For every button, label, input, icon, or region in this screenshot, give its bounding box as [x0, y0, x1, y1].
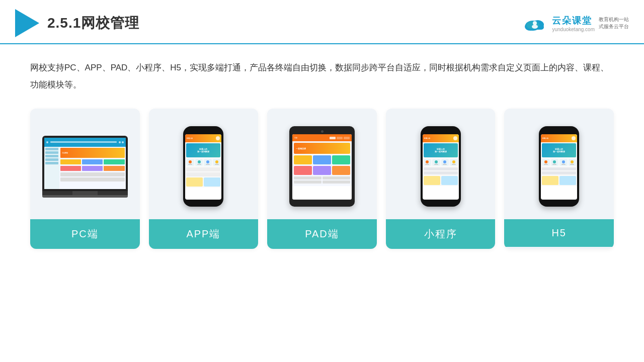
pc-sidebar-item3: [45, 155, 58, 157]
pad-card3: [332, 155, 350, 164]
pc-screen-content: 云朵课堂: [44, 138, 126, 189]
pc-hero-banner: 云朵课堂: [60, 148, 125, 158]
h5-icons-row: [542, 159, 576, 166]
page-header: 2.5.1网校管理 云朵课堂 yunduoketang.com 教育机构一站式服…: [0, 0, 644, 44]
h5-screen-header: 职通人的: [541, 134, 577, 142]
miniapp-label2: [434, 164, 438, 165]
app-icon3: [204, 159, 212, 166]
miniapp-label4: [452, 164, 456, 165]
miniapp-icon1: [424, 159, 432, 166]
pc-text-row2: [60, 177, 125, 182]
app-header-text: 职通人的: [187, 137, 215, 139]
pad-content: 一堂精品课: [292, 141, 352, 186]
pc-mini-card4: [60, 166, 81, 171]
pc-base: [42, 191, 128, 195]
pad-card5: [313, 166, 331, 175]
pad-cards-row2: [294, 166, 350, 175]
miniapp-card: 职通人的 职通人的第一堂判断课: [386, 109, 496, 249]
pad-card2: [313, 155, 331, 164]
app-screen-header: 职通人的: [185, 134, 221, 142]
h5-banner-text: 职通人的第一堂判断课: [553, 148, 565, 153]
pc-image-area: 云朵课堂: [30, 109, 140, 219]
h5-image-area: 职通人的 职通人的第一堂判断课: [504, 109, 614, 219]
miniapp-text2: [424, 171, 458, 174]
pc-nav-icon1: [119, 141, 121, 143]
pad-nav-tabs: [330, 137, 350, 139]
app-phone-content: 职通人的第一堂判断课: [185, 142, 221, 188]
pad-tab3: [344, 137, 350, 139]
pc-cards-row2: [60, 166, 125, 171]
miniapp-icon3: [441, 159, 449, 166]
pad-card: 云朵 一堂精品课: [267, 109, 377, 249]
pad-banner: 一堂精品课: [294, 143, 350, 154]
h5-ilabel4: [570, 164, 574, 165]
pc-sidebar-item1: [45, 148, 58, 150]
header-left: 2.5.1网校管理: [15, 9, 139, 37]
pc-card: 云朵课堂: [30, 109, 140, 249]
app-course2: [204, 177, 220, 187]
pad-list-col1: [294, 176, 321, 185]
pad-nav-text: 云朵: [294, 137, 297, 139]
pc-mini-card2: [82, 159, 103, 164]
h5-banner: 职通人的第一堂判断课: [542, 143, 576, 157]
pc-nav-bar: [44, 138, 126, 147]
pc-mini-card1: [60, 159, 81, 164]
pc-mini-card5: [82, 166, 103, 171]
h5-phone-mockup: 职通人的 职通人的第一堂判断课: [539, 126, 579, 207]
h5-course-row: [542, 176, 576, 185]
h5-ilabel3: [561, 164, 566, 165]
pc-sidebar-item4: [45, 158, 58, 161]
svg-point-5: [533, 21, 537, 25]
miniapp-content: 职通人的第一堂判断课: [423, 142, 459, 186]
miniapp-screen-header: 职通人的: [423, 134, 459, 142]
logo-triangle-icon: [15, 9, 39, 37]
h5-circle3: [562, 160, 565, 163]
brand-name: 云朵课堂: [552, 15, 595, 27]
pc-stand: [72, 191, 98, 195]
app-phone-screen: 职通人的 职通人的第一堂判断课: [185, 134, 221, 200]
app-icon-label4: [215, 164, 219, 165]
h5-circle1: [544, 160, 547, 163]
pad-nav: 云朵: [292, 134, 352, 141]
pc-nav-icon2: [122, 141, 124, 143]
h5-ilabel1: [544, 164, 548, 165]
pad-card1: [294, 155, 312, 164]
h5-ilabel2: [552, 164, 556, 165]
pad-tab2: [337, 137, 343, 139]
h5-screen: 职通人的 职通人的第一堂判断课: [541, 134, 577, 200]
app-icon-circle2: [198, 160, 201, 163]
brand-logo-area: 云朵课堂 yunduoketang.com 教育机构一站式服务云平台: [522, 15, 629, 32]
app-icon-label3: [206, 164, 210, 165]
miniapp-banner: 职通人的第一堂判断课: [424, 143, 458, 157]
h5-text2: [542, 171, 576, 174]
pad-card4: [294, 166, 312, 175]
app-course1: [186, 177, 203, 187]
app-icon-circle1: [189, 160, 192, 163]
brand-text-block: 云朵课堂 yunduoketang.com: [552, 15, 595, 32]
pc-mini-card3: [104, 159, 124, 164]
h5-icon1: [542, 159, 550, 166]
pc-cards-row1: [60, 159, 125, 164]
brand-top: 云朵课堂 yunduoketang.com 教育机构一站式服务云平台: [522, 15, 629, 32]
h5-course1: [542, 176, 558, 185]
app-image-area: 职通人的 职通人的第一堂判断课: [149, 109, 259, 219]
h5-icon4: [569, 159, 577, 166]
miniapp-label1: [425, 164, 429, 165]
pad-cards-row1: [294, 155, 350, 164]
app-phone-mockup: 职通人的 职通人的第一堂判断课: [183, 126, 223, 207]
pad-label: PAD端: [267, 219, 377, 249]
miniapp-notch: [435, 130, 447, 133]
pad-image-area: 云朵 一堂精品课: [267, 109, 377, 219]
pc-screen-outer: 云朵课堂: [42, 136, 128, 191]
pc-monitor-mockup: 云朵课堂: [42, 136, 128, 198]
app-icon1: [186, 159, 194, 166]
pc-sidebar-item2: [45, 151, 58, 154]
pad-banner-text: 一堂精品课: [296, 147, 306, 150]
app-banner-text: 职通人的第一堂判断课: [197, 148, 209, 153]
h5-icon3: [559, 159, 568, 166]
app-list2: [186, 172, 220, 176]
app-icon-label2: [197, 164, 201, 165]
miniapp-avatar: [453, 136, 457, 140]
h5-icon2: [551, 159, 559, 166]
app-icons-row: [186, 159, 220, 166]
